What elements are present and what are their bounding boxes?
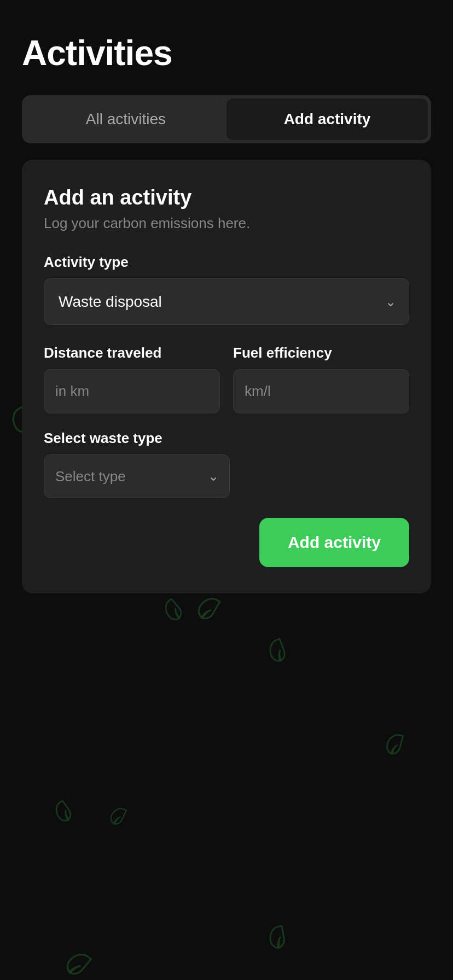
tab-add-activity[interactable]: Add activity: [226, 98, 428, 140]
card-title: Add an activity: [44, 186, 409, 209]
activity-type-field: Activity type Waste disposal Transportat…: [44, 254, 409, 325]
add-activity-card: Add an activity Log your carbon emission…: [22, 160, 431, 593]
waste-type-wrapper: Select type Organic Plastic Metal Glass …: [44, 454, 230, 498]
page-title: Activities: [22, 33, 431, 73]
activity-type-wrapper: Waste disposal Transportation Energy use…: [44, 278, 409, 325]
fuel-field: Fuel efficiency: [233, 345, 409, 413]
fuel-input[interactable]: [233, 369, 409, 413]
tab-all-activities[interactable]: All activities: [25, 98, 226, 140]
add-activity-button[interactable]: Add activity: [259, 518, 409, 567]
card-subtitle: Log your carbon emissions here.: [44, 215, 409, 232]
tabs-bar: All activities Add activity: [22, 95, 431, 143]
waste-type-select[interactable]: Select type Organic Plastic Metal Glass …: [44, 454, 230, 498]
distance-field: Distance traveled: [44, 345, 220, 413]
waste-type-label: Select waste type: [44, 430, 409, 447]
distance-label: Distance traveled: [44, 345, 220, 361]
fuel-label: Fuel efficiency: [233, 345, 409, 361]
activity-type-label: Activity type: [44, 254, 409, 271]
activity-type-select[interactable]: Waste disposal Transportation Energy use…: [44, 278, 409, 325]
waste-type-field: Select waste type Select type Organic Pl…: [44, 430, 409, 498]
distance-fuel-row: Distance traveled Fuel efficiency: [44, 345, 409, 413]
distance-input[interactable]: [44, 369, 220, 413]
